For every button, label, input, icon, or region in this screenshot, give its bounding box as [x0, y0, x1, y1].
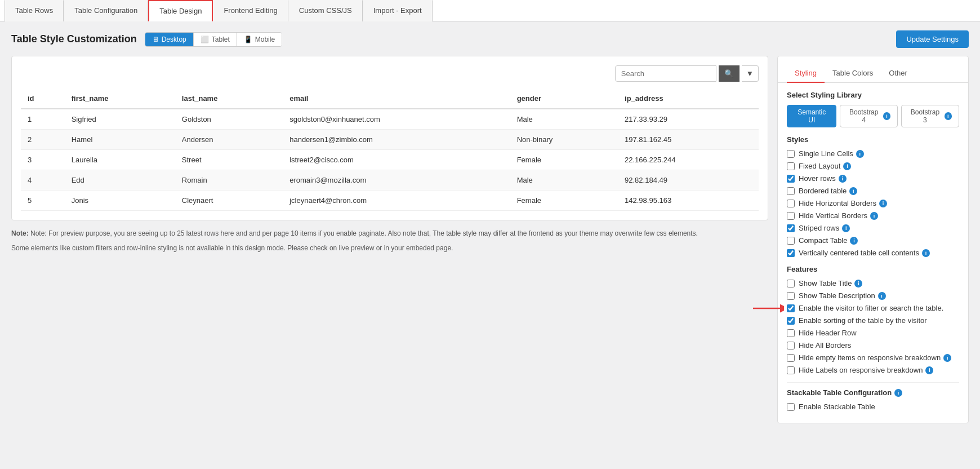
table-cell-first_name: Jonis — [65, 191, 175, 211]
bootstrap4-label: Bootstrap 4 — [847, 108, 880, 124]
enable-stackable-checkbox[interactable] — [787, 403, 795, 411]
tab-table-rows[interactable]: Table Rows — [5, 0, 64, 21]
table-cell-email: lstreet2@cisco.com — [283, 150, 510, 170]
hide-empty-info-icon[interactable]: i — [943, 354, 951, 362]
style-compact-table: Compact Table i — [787, 236, 959, 245]
tab-table-design[interactable]: Table Design — [148, 0, 213, 21]
fixed-layout-info-icon[interactable]: i — [843, 162, 851, 170]
hide-horizontal-info-icon[interactable]: i — [879, 200, 887, 207]
bootstrap4-info-icon[interactable]: i — [883, 112, 890, 120]
right-tab-colors[interactable]: Table Colors — [825, 64, 881, 83]
hide-vertical-info-icon[interactable]: i — [870, 212, 878, 220]
table-cell-ip_address: 197.81.162.45 — [618, 130, 759, 150]
table-cell-email: handersen1@zimbio.com — [283, 130, 510, 150]
hover-rows-info-icon[interactable]: i — [839, 175, 847, 183]
striped-rows-checkbox[interactable] — [787, 224, 795, 232]
left-column: 🔍 ▼ id first_name last_name email gender — [11, 56, 768, 258]
hide-all-borders-checkbox[interactable] — [787, 342, 795, 349]
enable-sorting-checkbox[interactable] — [787, 317, 795, 325]
table-cell-last_name: Romain — [175, 170, 283, 191]
search-button[interactable]: 🔍 — [719, 65, 740, 82]
table-cell-ip_address: 217.33.93.29 — [618, 109, 759, 130]
tablet-icon: ⬜ — [201, 36, 209, 43]
table-row: 4EddRomaineromain3@mozilla.comMale92.82.… — [21, 170, 759, 191]
device-desktop-btn[interactable]: 🖥 Desktop — [145, 33, 194, 46]
feature-enable-stackable: Enable Stackable Table — [787, 402, 959, 411]
col-header-ip: ip_address — [618, 89, 759, 109]
tab-import-export[interactable]: Import - Export — [363, 0, 433, 21]
search-icon: 🔍 — [724, 69, 734, 78]
fixed-layout-checkbox[interactable] — [787, 162, 795, 170]
table-cell-gender: Male — [510, 109, 618, 130]
col-header-firstname: first_name — [65, 89, 175, 109]
device-mobile-btn[interactable]: 📱 Mobile — [237, 33, 282, 46]
hide-horizontal-borders-checkbox[interactable] — [787, 200, 795, 207]
feature-hide-header-row: Hide Header Row — [787, 329, 959, 337]
bordered-table-info-icon[interactable]: i — [849, 187, 857, 195]
style-single-line-cells: Single Line Cells i — [787, 149, 959, 158]
style-hide-horizontal-borders: Hide Horizontal Borders i — [787, 199, 959, 207]
tab-custom-css-js[interactable]: Custom CSS/JS — [288, 0, 363, 21]
bordered-table-checkbox[interactable] — [787, 187, 795, 195]
table-cell-gender: Female — [510, 150, 618, 170]
mobile-label: Mobile — [255, 36, 275, 43]
page-title: Table Style Customization — [11, 33, 137, 45]
enable-filter-search-checkbox[interactable] — [787, 304, 795, 312]
single-line-cells-checkbox[interactable] — [787, 150, 795, 158]
show-description-info-icon[interactable]: i — [878, 292, 886, 300]
hide-labels-checkbox[interactable] — [787, 366, 795, 374]
hover-rows-checkbox[interactable] — [787, 175, 795, 183]
compact-table-checkbox[interactable] — [787, 237, 795, 245]
two-col-layout: 🔍 ▼ id first_name last_name email gender — [11, 56, 969, 423]
table-cell-id: 4 — [21, 170, 65, 191]
tab-frontend-editing[interactable]: Frontend Editing — [213, 0, 288, 21]
bootstrap3-info-icon[interactable]: i — [945, 112, 952, 120]
device-tablet-btn[interactable]: ⬜ Tablet — [194, 33, 237, 46]
show-table-title-checkbox[interactable] — [787, 280, 795, 287]
vertically-centered-checkbox[interactable] — [787, 249, 795, 257]
feature-hide-labels: Hide Labels on responsive breakdown i — [787, 366, 959, 374]
show-table-description-checkbox[interactable] — [787, 292, 795, 300]
search-input[interactable] — [615, 65, 716, 82]
device-switcher: 🖥 Desktop ⬜ Tablet 📱 Mobile — [145, 32, 282, 47]
right-tab-styling[interactable]: Styling — [787, 64, 825, 83]
show-title-info-icon[interactable]: i — [854, 280, 862, 287]
feature-show-table-description: Show Table Description i — [787, 291, 959, 300]
feature-hide-empty-items: Hide empty items on responsive breakdown… — [787, 353, 959, 362]
style-striped-rows: Striped rows i — [787, 224, 959, 232]
stackable-info-icon[interactable]: i — [894, 389, 902, 397]
hide-header-row-checkbox[interactable] — [787, 329, 795, 337]
lib-semantic-ui[interactable]: Semantic UI — [787, 105, 836, 127]
arrow-annotation — [753, 303, 784, 314]
stackable-title: Stackable Table Configuration i — [787, 388, 959, 397]
compact-table-info-icon[interactable]: i — [850, 237, 858, 245]
feature-enable-filter: Enable the visitor to filter or search t… — [787, 304, 959, 312]
right-tab-other[interactable]: Other — [881, 64, 915, 83]
data-table: id first_name last_name email gender ip_… — [21, 89, 759, 211]
lib-bootstrap-3[interactable]: Bootstrap 3 i — [901, 105, 959, 127]
note-1: Note: Note: For preview purpose, you are… — [11, 228, 768, 238]
feature-hide-all-borders: Hide All Borders — [787, 341, 959, 349]
style-fixed-layout: Fixed Layout i — [787, 162, 959, 170]
semantic-ui-label: Semantic UI — [794, 108, 829, 124]
table-cell-first_name: Laurella — [65, 150, 175, 170]
striped-rows-info-icon[interactable]: i — [842, 224, 850, 232]
page-header-left: Table Style Customization 🖥 Desktop ⬜ Ta… — [11, 32, 282, 47]
search-dropdown-button[interactable]: ▼ — [742, 65, 759, 82]
update-settings-button[interactable]: Update Settings — [896, 30, 969, 48]
vertically-centered-info-icon[interactable]: i — [922, 249, 930, 257]
style-hide-vertical-borders: Hide Vertical Borders i — [787, 211, 959, 220]
tablet-label: Tablet — [212, 36, 230, 43]
hide-labels-info-icon[interactable]: i — [925, 366, 933, 374]
styles-section-title: Styles — [787, 135, 959, 144]
lib-bootstrap-4[interactable]: Bootstrap 4 i — [840, 105, 898, 127]
table-cell-ip_address: 92.82.184.49 — [618, 170, 759, 191]
search-bar: 🔍 ▼ — [21, 65, 759, 82]
hide-empty-items-checkbox[interactable] — [787, 354, 795, 362]
tab-table-configuration[interactable]: Table Configuration — [64, 0, 148, 21]
table-cell-email: jcleynaert4@chron.com — [283, 191, 510, 211]
single-line-info-icon[interactable]: i — [856, 150, 864, 158]
hide-vertical-borders-checkbox[interactable] — [787, 212, 795, 220]
table-cell-last_name: Cleynaert — [175, 191, 283, 211]
library-buttons: Semantic UI Bootstrap 4 i Bootstrap 3 i — [787, 105, 959, 127]
